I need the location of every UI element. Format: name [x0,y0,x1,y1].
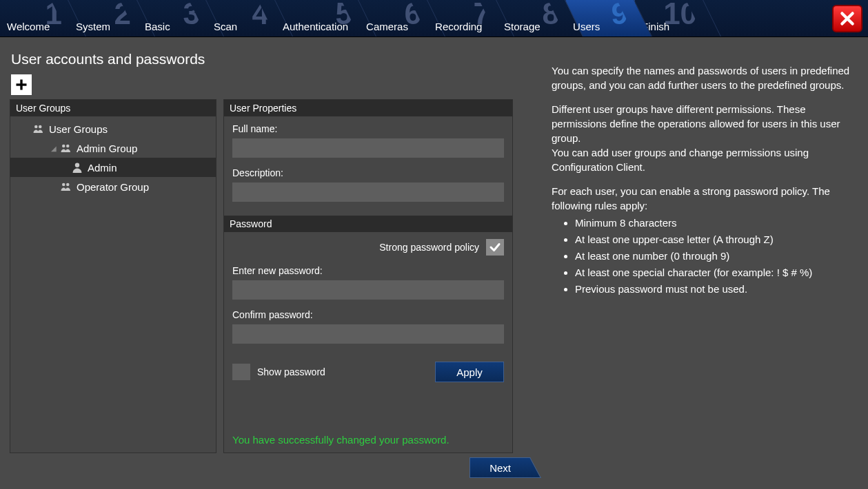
enter-password-label: Enter new password: [232,265,504,276]
user-groups-header: User Groups [10,100,216,116]
help-rule: Previous password must not be used. [575,282,850,296]
help-panel: You can specify the names and passwords … [542,43,862,483]
tree-node-root[interactable]: User Groups [10,119,216,138]
next-button-label: Next [489,462,511,474]
user-icon [71,162,83,173]
help-rule: At least one special character (for exam… [575,265,850,280]
tree-label: User Groups [49,123,108,135]
step-label: Scan [214,21,237,32]
svg-point-4 [62,145,65,148]
step-label: Recording [435,21,482,32]
svg-point-7 [62,183,65,187]
wizard-step-storage[interactable]: 8Storage [497,0,566,37]
next-button[interactable]: Next [470,457,528,478]
svg-point-2 [34,125,38,129]
step-label: Users [573,21,600,32]
caret-icon: ◢ [49,145,59,152]
help-rules-list: Minimum 8 characters At least one upper-… [575,216,850,296]
users-icon [32,123,45,134]
tree-label: Operator Group [77,181,149,193]
check-icon [489,241,501,253]
step-number: 2 [114,0,131,29]
tree-label: Admin Group [77,143,137,154]
plus-icon [14,78,28,92]
password-status-message: You have successfully changed your passw… [224,427,512,452]
tree-node-operator-group[interactable]: ◢ Operator Group [10,177,216,196]
help-paragraph: For each user, you can enable a strong p… [552,184,850,213]
description-input[interactable] [232,183,504,202]
step-number: 3 [183,0,200,29]
step-label: Welcome [7,21,50,32]
enter-password-input[interactable] [232,280,504,300]
step-label: Storage [504,21,541,32]
password-header: Password [224,216,512,232]
svg-point-8 [66,183,70,187]
step-label: Cameras [366,21,408,32]
user-properties-header: User Properties [224,100,512,116]
wizard-app: 1Welcome2System3Basic4Scan5Authenticatio… [0,0,868,489]
user-properties-panel: User Properties Full name: Description: … [223,99,513,453]
tree-label: Admin [88,162,117,174]
svg-point-3 [39,125,42,129]
page-title: User accounts and passwords [6,43,536,73]
apply-button[interactable]: Apply [435,362,504,382]
users-icon [60,143,72,154]
step-label: Basic [145,21,170,32]
help-rule: At least one number (0 through 9) [575,249,850,263]
show-password-checkbox[interactable] [232,364,250,380]
close-button[interactable] [832,5,862,32]
help-rule: At least one upper-case letter (A throug… [575,232,850,247]
confirm-password-label: Confirm password: [232,309,504,320]
tree-node-admin-group[interactable]: ◢ Admin Group [10,138,216,158]
svg-point-5 [66,145,70,148]
wizard-step-recording[interactable]: 7Recording [428,0,497,37]
wizard-step-system[interactable]: 2System [69,0,138,37]
strong-password-checkbox[interactable] [486,239,504,256]
step-number: 9 [612,0,628,29]
user-groups-panel: User Groups User Groups ◢ Admin Group [10,99,216,453]
help-paragraph: You can specify the names and passwords … [552,63,850,92]
help-paragraph: Different user groups have different per… [552,102,850,174]
wizard-step-authentication[interactable]: 5Authentication [276,0,359,37]
fullname-label: Full name: [232,123,504,134]
show-password-label: Show password [257,366,325,377]
wizard-step-bar: 1Welcome2System3Basic4Scan5Authenticatio… [0,0,868,37]
wizard-step-cameras[interactable]: 6Cameras [359,0,428,37]
step-label: Authentication [283,21,348,32]
confirm-password-input[interactable] [232,324,504,344]
svg-rect-1 [17,83,27,85]
close-icon [838,10,856,28]
svg-point-6 [75,163,79,167]
wizard-step-basic[interactable]: 3Basic [138,0,207,37]
wizard-step-welcome[interactable]: 1Welcome [0,0,69,37]
fullname-input[interactable] [232,138,504,158]
wizard-step-scan[interactable]: 4Scan [207,0,276,37]
step-label: System [76,21,110,32]
description-label: Description: [232,167,504,178]
step-number: 4 [252,0,269,29]
step-number: 8 [543,0,559,29]
users-icon [60,181,72,192]
help-rule: Minimum 8 characters [575,216,850,230]
add-user-button[interactable] [11,74,32,95]
user-tree: User Groups ◢ Admin Group Admin ◢ [10,116,216,452]
tree-node-admin-user[interactable]: Admin [10,158,216,177]
wizard-step-users[interactable]: 9Users [566,0,635,37]
strong-password-label: Strong password policy [379,242,479,253]
